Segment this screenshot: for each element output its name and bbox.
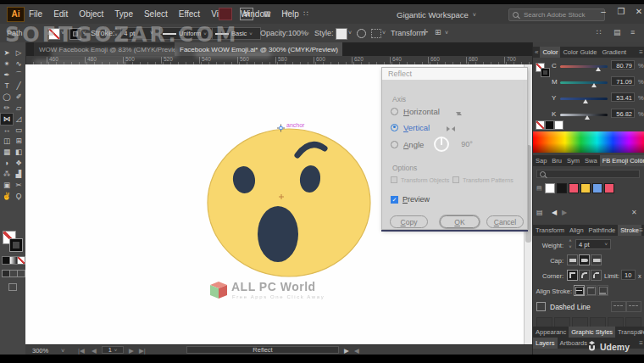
- panel-tab-graphic-styles[interactable]: Graphic Styles: [569, 327, 615, 338]
- axis-option-vertical[interactable]: Vertical: [391, 122, 455, 132]
- radio-vertical[interactable]: [391, 124, 398, 131]
- prev-artboard-icon[interactable]: ◀: [92, 347, 97, 355]
- workspace-switcher[interactable]: Gigantic Workspace ˅: [397, 8, 476, 20]
- cap-butt-button[interactable]: [567, 254, 578, 265]
- swatch-libraries-icon[interactable]: ▤: [536, 209, 543, 216]
- curvature-tool[interactable]: ⌒: [13, 70, 25, 81]
- style-chevron-icon[interactable]: ˅: [348, 30, 352, 36]
- stroke-proxy-swatch[interactable]: [9, 238, 23, 252]
- arrange-documents-chevron-icon[interactable]: ˅: [280, 8, 292, 20]
- angle-value[interactable]: 90°: [461, 140, 473, 148]
- cap-projecting-button[interactable]: [591, 254, 602, 265]
- layers-panel-menu-icon[interactable]: ≡: [639, 338, 643, 349]
- search-input[interactable]: [522, 10, 598, 20]
- first-artboard-icon[interactable]: |◀: [78, 347, 85, 355]
- color-swatch[interactable]: [592, 183, 602, 193]
- color-swatch[interactable]: [545, 183, 555, 193]
- slider-thumb[interactable]: [583, 99, 588, 103]
- swatches-tab-fb-emoji-colors[interactable]: FB Emoji Colors: [600, 155, 644, 166]
- minimize-button[interactable]: –: [598, 7, 608, 16]
- menu-edit[interactable]: Edit: [53, 9, 68, 19]
- radio-horizontal[interactable]: [391, 108, 398, 115]
- next-colors-icon[interactable]: ▶: [562, 209, 567, 216]
- select-similar-icon[interactable]: [371, 29, 381, 38]
- swatch-list-icon[interactable]: ▤: [536, 185, 542, 192]
- stroke-chevron-icon[interactable]: ˅: [82, 30, 86, 36]
- cap-round-button[interactable]: [579, 254, 590, 265]
- emoji-mouth[interactable]: [258, 206, 298, 262]
- slider-thumb[interactable]: [596, 67, 601, 71]
- cancel-button[interactable]: Cancel: [486, 215, 524, 228]
- share-icon[interactable]: ∷: [300, 8, 312, 20]
- blend-tool[interactable]: ❖: [13, 158, 25, 169]
- fill-chevron-icon[interactable]: ˅: [61, 30, 64, 36]
- eraser-tool[interactable]: ▱: [13, 103, 25, 114]
- graphic-style-swatch[interactable]: [336, 28, 347, 40]
- appearance-panel-menu-icon[interactable]: ≡: [639, 327, 643, 338]
- swatches-tab-sym[interactable]: Sym: [564, 155, 582, 166]
- gradient-tool[interactable]: ◧: [13, 147, 25, 158]
- limit-value[interactable]: 10: [621, 270, 636, 280]
- zoom-chevron-icon[interactable]: ˅: [61, 347, 64, 355]
- prev-colors-icon[interactable]: ◀: [552, 209, 557, 216]
- transform-label[interactable]: Transform: [391, 29, 425, 37]
- artboard-tool[interactable]: ▣: [1, 180, 13, 191]
- arrange-documents-icon[interactable]: ▤: [261, 8, 273, 20]
- stroke-weight-stepper[interactable]: ˄˅: [113, 26, 119, 39]
- dashed-line-checkbox[interactable]: [536, 302, 546, 311]
- axis-option-angle[interactable]: Angle90°: [391, 139, 473, 149]
- stroke-weight-chevron-icon[interactable]: ˅: [150, 30, 153, 36]
- dashed-line-option[interactable]: Dashed Line: [536, 302, 591, 311]
- status-next-icon[interactable]: ▶: [344, 347, 349, 355]
- adobe-stock-icon[interactable]: St: [240, 8, 253, 20]
- stroke-weight-value[interactable]: 4 pt: [120, 27, 153, 40]
- fill-color-swatch[interactable]: [48, 28, 60, 40]
- last-artboard-icon[interactable]: ▶|: [139, 347, 146, 355]
- document-tab-inactive[interactable]: WOW Facebook Emoji @ 83% (CMYK/Preview) …: [34, 42, 178, 56]
- color-panel-menu-icon[interactable]: ≡: [639, 47, 643, 58]
- lasso-tool[interactable]: ∿: [13, 59, 25, 70]
- next-artboard-icon[interactable]: ▶: [129, 347, 134, 355]
- stroke-tab-stroke[interactable]: Stroke: [618, 225, 641, 236]
- option-transform-patterns[interactable]: Transform Patterns: [452, 176, 514, 183]
- draw-inside-icon[interactable]: [17, 270, 25, 277]
- corner-bevel-button[interactable]: [591, 270, 602, 281]
- corner-round-button[interactable]: [579, 270, 590, 281]
- stroke-tab-pathfinde[interactable]: Pathfinde: [586, 225, 619, 236]
- symbol-sprayer-tool[interactable]: ⁂: [1, 169, 13, 180]
- channel-value-field[interactable]: 80.79: [611, 60, 635, 70]
- checkbox[interactable]: [391, 176, 397, 183]
- dash-align-button[interactable]: [626, 301, 641, 312]
- slider-thumb[interactable]: [591, 83, 597, 87]
- delete-swatch-icon[interactable]: ✕: [631, 209, 637, 216]
- checkbox[interactable]: [452, 176, 459, 183]
- eyedropper-tool[interactable]: ◗: [1, 158, 13, 169]
- channel-value-field[interactable]: 56.82: [611, 109, 635, 118]
- brush-definition-dropdown[interactable]: Basic ˅: [212, 27, 261, 40]
- preview-option[interactable]: ✓ Preview: [391, 195, 430, 204]
- bridge-app-icon[interactable]: [219, 8, 232, 20]
- selection-tool[interactable]: ➤: [1, 47, 13, 59]
- black-swatch-icon[interactable]: [545, 120, 554, 130]
- zoom-tool[interactable]: Ϙ: [13, 191, 25, 202]
- pencil-tool[interactable]: ✏: [1, 103, 13, 114]
- column-graph-tool[interactable]: ▟: [13, 169, 25, 180]
- stroke-tab-transform[interactable]: Transform: [533, 225, 567, 236]
- stroke-color-swatch[interactable]: [69, 28, 81, 40]
- swatches-tab-swa[interactable]: Swa: [582, 155, 600, 166]
- panel-tab-appearanc[interactable]: Appearanc: [533, 327, 569, 338]
- chevron-right-icon[interactable]: ›: [307, 29, 309, 37]
- color-spectrum-bar[interactable]: [533, 131, 644, 153]
- select-similar-chevron-icon[interactable]: ˅: [382, 30, 386, 36]
- channel-value-field[interactable]: 71.09: [611, 76, 635, 86]
- scale-tool[interactable]: ◿: [13, 114, 25, 125]
- none-swatch-icon[interactable]: [536, 120, 545, 130]
- bar-menu-icon[interactable]: ≡: [630, 28, 635, 36]
- zoom-level[interactable]: 300%: [32, 347, 48, 355]
- close-button[interactable]: ✕: [634, 7, 644, 16]
- transform-reference-icon[interactable]: ✛: [422, 28, 429, 36]
- magic-wand-tool[interactable]: ✴: [1, 59, 13, 70]
- anchor-point[interactable]: [280, 127, 282, 130]
- shape-builder-tool[interactable]: ◫: [1, 136, 13, 147]
- menu-object[interactable]: Object: [79, 9, 103, 19]
